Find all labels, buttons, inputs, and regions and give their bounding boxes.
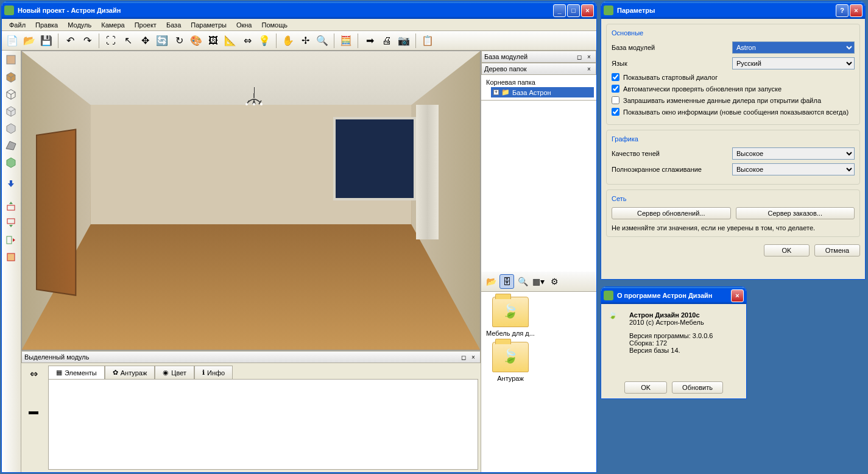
menu-project[interactable]: Проект (130, 20, 161, 30)
about-update-button[interactable]: Обновить (672, 381, 723, 394)
measure-button[interactable]: 📐 (222, 33, 238, 49)
print-button[interactable]: 🖨 (379, 33, 395, 49)
cube-wire-tool[interactable] (3, 86, 19, 102)
panel-float-button[interactable]: ◻ (459, 353, 468, 361)
cube-green-tool[interactable] (3, 154, 19, 170)
mirror-button[interactable]: ⇔ (239, 33, 255, 49)
open-button[interactable]: 📂 (21, 33, 37, 49)
wall-tool[interactable] (3, 52, 19, 68)
maximize-button[interactable]: □ (567, 4, 580, 17)
lang-select[interactable]: Русский (732, 57, 855, 69)
shadow-quality-label: Качество теней (612, 150, 727, 157)
folder-ambience[interactable]: 🍃 Антураж (486, 342, 535, 382)
up-folder-button[interactable]: 📂 (484, 274, 498, 289)
panel-float-button[interactable]: ◻ (575, 52, 584, 61)
cancel-button[interactable]: Отмена (814, 244, 860, 256)
cube-shaded-tool[interactable] (3, 103, 19, 119)
svg-rect-2 (7, 219, 15, 224)
rotate-button[interactable]: ↻ (171, 33, 187, 49)
help-button[interactable]: ? (836, 4, 849, 17)
box-right-tool[interactable] (3, 232, 19, 248)
tree-root[interactable]: Корневая папка (484, 77, 594, 87)
menu-edit[interactable]: Правка (30, 20, 63, 30)
view-icons-button[interactable]: ▦▾ (531, 274, 546, 289)
search-button[interactable]: 🔍 (515, 274, 530, 289)
auto-update-checkbox[interactable] (612, 85, 619, 93)
folder-furniture[interactable]: 🍃 Мебель для д... (486, 297, 535, 337)
tab-info[interactable]: ℹИнфо (194, 366, 233, 379)
box-select-tool[interactable] (3, 249, 19, 265)
modules-db-select[interactable]: Astron (732, 41, 855, 54)
folder-icon: 📁 (501, 88, 510, 96)
order-server-button[interactable]: Сервер заказов... (736, 207, 855, 219)
ask-dealer-checkbox[interactable] (612, 96, 619, 104)
cube-solid-tool[interactable] (3, 69, 19, 85)
texture-button[interactable]: 🖼 (205, 33, 221, 49)
close-button[interactable]: × (850, 4, 863, 17)
folder-view: 🍃 Мебель для д... 🍃 Антураж (481, 292, 596, 473)
select-button[interactable]: ⛶ (103, 33, 119, 49)
expand-icon[interactable]: + (493, 90, 499, 95)
panel-close-button[interactable]: × (469, 353, 478, 361)
tab-ambience[interactable]: ✿Антураж (105, 366, 155, 379)
box-down-tool[interactable] (3, 215, 19, 231)
perspective-tool[interactable] (3, 137, 19, 153)
panel-close-button[interactable]: × (585, 52, 593, 61)
close-button[interactable]: × (581, 4, 594, 17)
flip-button[interactable]: ⇔ (26, 366, 41, 381)
titlebar[interactable]: Новый проект - Астрон Дизайн _ □ × (2, 2, 596, 19)
minimize-button[interactable]: _ (553, 4, 566, 17)
color-picker-button[interactable]: 🎨 (188, 33, 204, 49)
close-button[interactable]: × (731, 289, 744, 302)
view-large-button[interactable]: 🗄 (499, 274, 514, 289)
group-net: Сеть Сервер обновлений... Сервер заказов… (606, 189, 860, 237)
group-main: Основные База модулей Astron Язык Русски… (606, 24, 860, 125)
about-db-version: Версия базы 14. (629, 347, 739, 354)
about-titlebar[interactable]: О программе Астрон Дизайн × (601, 287, 746, 304)
shadow-quality-select[interactable]: Высокое (732, 147, 855, 160)
orbit-button[interactable]: ✢ (297, 33, 313, 49)
panel-close-button[interactable]: × (585, 65, 593, 73)
move-button[interactable]: ✥ (137, 33, 153, 49)
list-button[interactable]: 📋 (420, 33, 436, 49)
pan-button[interactable]: ✋ (280, 33, 296, 49)
menu-base[interactable]: База (161, 20, 186, 30)
selected-module-header: Выделенный модуль ◻ × (21, 351, 481, 363)
ok-button[interactable]: OK (764, 244, 810, 256)
menu-parameters[interactable]: Параметры (186, 20, 231, 30)
arrow-down-tool[interactable] (3, 176, 19, 192)
redo-button[interactable]: ↷ (79, 33, 95, 49)
curtain-object (416, 105, 439, 239)
save-button[interactable]: 💾 (38, 33, 54, 49)
tab-elements[interactable]: ▦Элементы (48, 366, 105, 379)
viewport-3d[interactable] (21, 51, 481, 350)
menu-file[interactable]: Файл (4, 20, 30, 30)
light-button[interactable]: 💡 (256, 33, 272, 49)
export-button[interactable]: ➡ (362, 33, 378, 49)
update-server-button[interactable]: Сервер обновлений... (612, 207, 731, 219)
menu-windows[interactable]: Окна (231, 20, 257, 30)
cursor-button[interactable]: ↖ (120, 33, 136, 49)
box-up-tool[interactable] (3, 198, 19, 214)
new-button[interactable]: 📄 (4, 33, 20, 49)
calc-button[interactable]: 🧮 (338, 33, 354, 49)
params-titlebar[interactable]: Параметры ? × (601, 2, 865, 19)
cube-alt-tool[interactable] (3, 120, 19, 136)
about-ok-button[interactable]: OK (624, 381, 667, 394)
filter-button[interactable]: ⚙ (547, 274, 562, 289)
slider-handle[interactable]: ▬ (26, 403, 41, 419)
rotate-3d-button[interactable]: 🔄 (154, 33, 170, 49)
show-info-checkbox[interactable] (612, 108, 619, 116)
menu-help[interactable]: Помощь (256, 20, 292, 30)
zoom-button[interactable]: 🔍 (314, 33, 330, 49)
show-info-label: Показывать окно информации (новые сообще… (623, 108, 849, 116)
lang-label: Язык (612, 60, 727, 67)
undo-button[interactable]: ↶ (62, 33, 78, 49)
fullscreen-aa-select[interactable]: Высокое (732, 163, 855, 175)
show-start-checkbox[interactable] (612, 73, 619, 81)
menu-module[interactable]: Модуль (63, 20, 96, 30)
camera-button[interactable]: 📷 (396, 33, 412, 49)
tree-item-db[interactable]: + 📁 База Астрон (491, 87, 594, 97)
tab-color[interactable]: ◉Цвет (155, 366, 194, 379)
menu-camera[interactable]: Камера (96, 20, 129, 30)
